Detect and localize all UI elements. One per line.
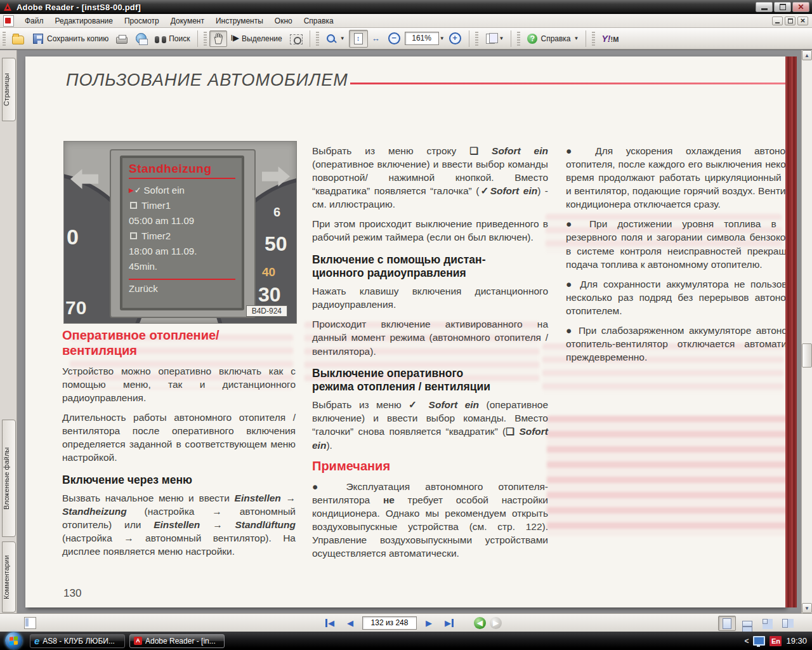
toolbar-grip[interactable] xyxy=(204,32,207,46)
paragraph: Длительность работы автономного отопител… xyxy=(62,411,296,464)
sidebar-tab-pages[interactable]: Страницы xyxy=(2,58,16,121)
display-item: Sofort ein xyxy=(144,185,185,196)
page-indicator-input[interactable]: 132 из 248 xyxy=(362,616,417,630)
display-title: Standheizung xyxy=(129,162,235,176)
last-page-button[interactable]: ▶ xyxy=(441,616,457,630)
toolbar-grip[interactable] xyxy=(475,32,478,46)
zoom-out-button[interactable]: − xyxy=(384,29,405,48)
close-button[interactable]: ✕ xyxy=(792,2,809,12)
svg-text:30: 30 xyxy=(258,283,281,306)
menu-help[interactable]: Справка xyxy=(298,15,339,27)
window-title: Adobe Reader - [instS8-00.pdf] xyxy=(16,3,141,12)
yahoo-button[interactable]: Y!!M xyxy=(598,30,622,47)
scroll-thumb[interactable] xyxy=(802,343,812,368)
menu-edit[interactable]: Редактирование xyxy=(49,15,119,27)
title-bar: Adobe Reader - [instS8-00.pdf] ✕ xyxy=(0,0,812,14)
menu-window[interactable]: Окно xyxy=(269,15,298,27)
navigation-tab-strip: Страницы Вложенные файлы Комментарии xyxy=(0,50,17,613)
menu-tools[interactable]: Инструменты xyxy=(210,15,269,27)
binoculars-icon xyxy=(155,35,166,44)
zoom-dropdown-arrow-icon[interactable]: ▼ xyxy=(440,36,445,41)
paragraph: Выбрать из меню строку ❏ Sofort ein (опе… xyxy=(312,144,548,211)
svg-text:0: 0 xyxy=(67,225,79,249)
vertical-scrollbar[interactable]: ▲ ▼ xyxy=(801,50,812,614)
sidebar-tab-attachments[interactable]: Вложенные файлы xyxy=(2,420,16,537)
magnifier-icon xyxy=(325,33,337,44)
zoom-level-input[interactable]: 161% xyxy=(405,32,439,45)
save-copy-button[interactable]: Сохранить копию xyxy=(28,30,112,48)
zoom-in-button[interactable]: + xyxy=(445,29,466,48)
continuous-facing-layout-button[interactable] xyxy=(759,616,776,631)
restore-button[interactable] xyxy=(774,2,791,12)
zoom-tool-button[interactable]: ▼ xyxy=(322,30,349,47)
toolbar-grip[interactable] xyxy=(316,32,319,46)
doc-minimize-button[interactable] xyxy=(772,17,783,25)
first-page-button[interactable]: ◀ xyxy=(322,616,338,630)
document-area: Страницы Вложенные файлы Комментарии ПОЛ… xyxy=(0,50,812,613)
help-icon: ? xyxy=(527,34,537,44)
open-button[interactable] xyxy=(8,30,28,47)
taskbar-item-browser[interactable]: e AS8 - КЛУБ ЛЮБИ... xyxy=(30,634,125,648)
scroll-down-button[interactable]: ▼ xyxy=(802,603,812,613)
page-navigation: ◀ ◀ 132 из 248 ▶ ▶ ◀ ▶ xyxy=(322,616,502,630)
display-item: 05:00 am 11.09 xyxy=(129,215,194,226)
menu-file[interactable]: Файл xyxy=(19,15,49,27)
email-icon xyxy=(136,33,147,44)
next-page-icon: ▶ xyxy=(426,619,432,627)
doc-restore-button[interactable] xyxy=(785,17,796,25)
single-page-layout-button[interactable] xyxy=(718,616,736,631)
hand-tool-button[interactable] xyxy=(209,30,227,47)
select-tool-label: Выделение xyxy=(242,34,282,43)
book-page-edge xyxy=(785,56,797,607)
help-button[interactable]: ? Справка ▼ xyxy=(523,30,582,47)
previous-page-button[interactable]: ◀ xyxy=(342,616,358,630)
next-page-button[interactable]: ▶ xyxy=(421,616,437,630)
select-tool-button[interactable]: I▶ Выделение xyxy=(227,30,286,47)
save-icon xyxy=(33,34,43,44)
fit-page-button[interactable] xyxy=(349,30,368,48)
toolbar-grip[interactable] xyxy=(517,32,520,46)
menu-view[interactable]: Просмотр xyxy=(119,15,165,27)
taskbar-item-adobe-reader[interactable]: A Adobe Reader - [in... xyxy=(129,634,225,648)
start-button[interactable] xyxy=(5,632,22,649)
previous-view-button[interactable]: ◀ xyxy=(474,617,486,629)
paragraph: При этом происходит выключение приведенн… xyxy=(312,217,548,244)
search-button[interactable]: Поиск xyxy=(151,30,193,46)
paragraph: Выбрать из меню ✓ Sofort ein (оперативно… xyxy=(312,398,548,451)
fit-width-button[interactable]: ↔ xyxy=(368,30,384,47)
heading: Примечания xyxy=(312,458,548,474)
heading: Оперативное отопление/ вентиляция xyxy=(62,328,296,358)
continuous-layout-button[interactable] xyxy=(738,616,756,631)
snapshot-button[interactable] xyxy=(286,30,306,47)
tray-expand-icon[interactable]: < xyxy=(744,637,749,646)
sidebar-tab-comments[interactable]: Комментарии xyxy=(2,541,16,613)
status-bar: ◀ ◀ 132 из 248 ▶ ▶ ◀ ▶ xyxy=(0,613,812,632)
svg-text:6: 6 xyxy=(273,205,280,219)
pdf-document-icon xyxy=(3,15,14,27)
clock[interactable]: 19:30 xyxy=(786,636,807,646)
search-label: Поиск xyxy=(169,34,190,43)
email-button[interactable] xyxy=(131,30,151,47)
print-button[interactable] xyxy=(112,30,131,46)
task-label: Adobe Reader - [in... xyxy=(145,637,216,646)
heading: Включение с помощью дистан- ционного рад… xyxy=(312,253,548,281)
language-indicator[interactable]: En xyxy=(769,636,782,646)
figure-label: B4D-924 xyxy=(246,305,287,317)
next-view-button[interactable]: ▶ xyxy=(490,617,502,629)
facing-layout-button[interactable] xyxy=(779,616,797,631)
menu-bar: Файл Редактирование Просмотр Документ Ин… xyxy=(0,14,812,28)
page-view-icon[interactable] xyxy=(24,617,36,629)
toolbar-grip[interactable] xyxy=(3,32,6,46)
menu-document[interactable]: Документ xyxy=(165,15,210,27)
page-section-header: ПОЛЬЗОВАНИЕ АВТОМОБИЛЕМ xyxy=(66,70,348,90)
hand-icon xyxy=(213,33,223,44)
create-pdf-button[interactable]: ▼ xyxy=(481,30,508,48)
previous-page-icon: ◀ xyxy=(347,619,353,627)
scroll-up-button[interactable]: ▲ xyxy=(802,50,812,60)
minimize-button[interactable] xyxy=(756,2,773,12)
toolbar-grip[interactable] xyxy=(592,32,595,46)
network-icon[interactable] xyxy=(753,636,765,646)
checkbox-square-icon xyxy=(130,232,137,239)
display-item: 45min. xyxy=(129,261,157,272)
doc-close-button[interactable]: ✕ xyxy=(797,17,808,25)
